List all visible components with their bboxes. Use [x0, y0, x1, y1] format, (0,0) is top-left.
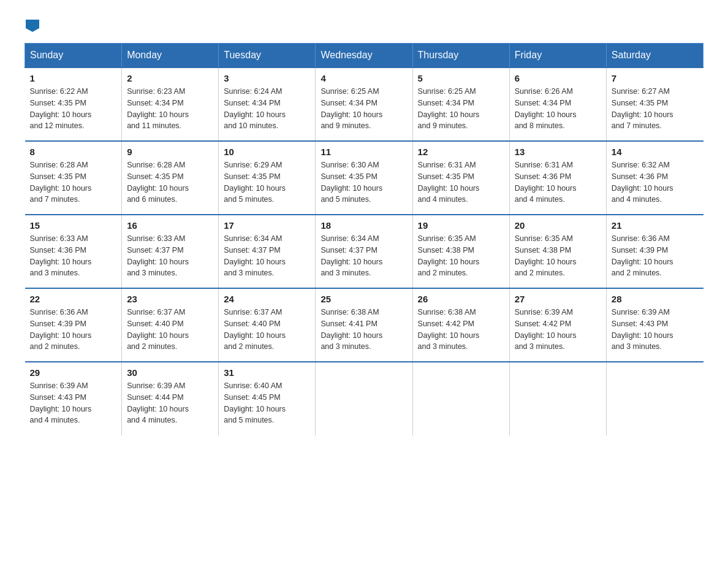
calendar-cell: 10 Sunrise: 6:29 AMSunset: 4:35 PMDaylig… — [219, 141, 316, 215]
day-info: Sunrise: 6:37 AMSunset: 4:40 PMDaylight:… — [127, 307, 213, 353]
calendar-cell: 28 Sunrise: 6:39 AMSunset: 4:43 PMDaylig… — [606, 288, 703, 362]
header-row: SundayMondayTuesdayWednesdayThursdayFrid… — [25, 44, 703, 68]
day-info: Sunrise: 6:39 AMSunset: 4:43 PMDaylight:… — [612, 307, 699, 353]
calendar-cell: 11 Sunrise: 6:30 AMSunset: 4:35 PMDaylig… — [316, 141, 412, 215]
calendar-cell: 8 Sunrise: 6:28 AMSunset: 4:35 PMDayligh… — [25, 141, 122, 215]
day-info: Sunrise: 6:36 AMSunset: 4:39 PMDaylight:… — [30, 307, 117, 353]
day-number: 11 — [320, 147, 407, 157]
day-number: 23 — [127, 294, 213, 304]
calendar-cell: 20 Sunrise: 6:35 AMSunset: 4:38 PMDaylig… — [509, 215, 606, 288]
calendar-cell — [606, 362, 703, 435]
day-info: Sunrise: 6:38 AMSunset: 4:41 PMDaylight:… — [320, 307, 407, 353]
svg-marker-0 — [26, 20, 39, 32]
day-number: 19 — [418, 220, 504, 231]
weekday-header-tuesday: Tuesday — [219, 44, 316, 68]
calendar-cell: 29 Sunrise: 6:39 AMSunset: 4:43 PMDaylig… — [25, 362, 122, 435]
day-number: 21 — [612, 220, 699, 231]
day-info: Sunrise: 6:25 AMSunset: 4:34 PMDaylight:… — [320, 86, 407, 132]
weekday-header-saturday: Saturday — [606, 44, 703, 68]
day-info: Sunrise: 6:35 AMSunset: 4:38 PMDaylight:… — [515, 233, 601, 279]
day-info: Sunrise: 6:34 AMSunset: 4:37 PMDaylight:… — [224, 233, 310, 279]
day-number: 2 — [127, 73, 213, 83]
day-info: Sunrise: 6:31 AMSunset: 4:35 PMDaylight:… — [418, 159, 504, 205]
day-number: 3 — [224, 73, 310, 83]
page-header — [25, 18, 703, 31]
calendar-cell: 15 Sunrise: 6:33 AMSunset: 4:36 PMDaylig… — [25, 215, 122, 288]
calendar-cell: 31 Sunrise: 6:40 AMSunset: 4:45 PMDaylig… — [219, 362, 316, 435]
calendar-cell: 16 Sunrise: 6:33 AMSunset: 4:37 PMDaylig… — [122, 215, 219, 288]
day-info: Sunrise: 6:29 AMSunset: 4:35 PMDaylight:… — [224, 159, 310, 205]
day-number: 9 — [127, 147, 213, 157]
day-info: Sunrise: 6:40 AMSunset: 4:45 PMDaylight:… — [224, 380, 310, 426]
day-number: 22 — [30, 294, 117, 304]
logo — [25, 18, 39, 31]
day-number: 1 — [30, 73, 117, 83]
calendar-cell: 26 Sunrise: 6:38 AMSunset: 4:42 PMDaylig… — [412, 288, 509, 362]
day-number: 25 — [320, 294, 407, 304]
calendar-cell: 30 Sunrise: 6:39 AMSunset: 4:44 PMDaylig… — [122, 362, 219, 435]
calendar-cell: 2 Sunrise: 6:23 AMSunset: 4:34 PMDayligh… — [122, 67, 219, 141]
day-number: 15 — [30, 220, 117, 231]
day-number: 8 — [30, 147, 117, 157]
day-number: 30 — [127, 367, 213, 378]
weekday-header-monday: Monday — [122, 44, 219, 68]
day-info: Sunrise: 6:28 AMSunset: 4:35 PMDaylight:… — [127, 159, 213, 205]
calendar-cell — [412, 362, 509, 435]
calendar-cell: 18 Sunrise: 6:34 AMSunset: 4:37 PMDaylig… — [316, 215, 412, 288]
day-info: Sunrise: 6:31 AMSunset: 4:36 PMDaylight:… — [515, 159, 601, 205]
calendar-week-5: 29 Sunrise: 6:39 AMSunset: 4:43 PMDaylig… — [25, 362, 703, 435]
calendar-cell: 24 Sunrise: 6:37 AMSunset: 4:40 PMDaylig… — [219, 288, 316, 362]
day-info: Sunrise: 6:37 AMSunset: 4:40 PMDaylight:… — [224, 307, 310, 353]
calendar-cell: 9 Sunrise: 6:28 AMSunset: 4:35 PMDayligh… — [122, 141, 219, 215]
day-info: Sunrise: 6:39 AMSunset: 4:44 PMDaylight:… — [127, 380, 213, 426]
calendar-cell: 5 Sunrise: 6:25 AMSunset: 4:34 PMDayligh… — [412, 67, 509, 141]
day-number: 4 — [320, 73, 407, 83]
calendar-cell: 22 Sunrise: 6:36 AMSunset: 4:39 PMDaylig… — [25, 288, 122, 362]
day-number: 13 — [515, 147, 601, 157]
weekday-header-friday: Friday — [509, 44, 606, 68]
weekday-header-wednesday: Wednesday — [316, 44, 412, 68]
day-number: 5 — [418, 73, 504, 83]
calendar-cell: 4 Sunrise: 6:25 AMSunset: 4:34 PMDayligh… — [316, 67, 412, 141]
weekday-header-thursday: Thursday — [412, 44, 509, 68]
day-number: 27 — [515, 294, 601, 304]
day-number: 18 — [320, 220, 407, 231]
calendar-cell: 17 Sunrise: 6:34 AMSunset: 4:37 PMDaylig… — [219, 215, 316, 288]
day-number: 20 — [515, 220, 601, 231]
day-number: 26 — [418, 294, 504, 304]
calendar-cell: 27 Sunrise: 6:39 AMSunset: 4:42 PMDaylig… — [509, 288, 606, 362]
calendar-week-4: 22 Sunrise: 6:36 AMSunset: 4:39 PMDaylig… — [25, 288, 703, 362]
day-info: Sunrise: 6:39 AMSunset: 4:42 PMDaylight:… — [515, 307, 601, 353]
calendar-cell: 25 Sunrise: 6:38 AMSunset: 4:41 PMDaylig… — [316, 288, 412, 362]
calendar-cell: 13 Sunrise: 6:31 AMSunset: 4:36 PMDaylig… — [509, 141, 606, 215]
day-number: 31 — [224, 367, 310, 378]
day-info: Sunrise: 6:34 AMSunset: 4:37 PMDaylight:… — [320, 233, 407, 279]
day-info: Sunrise: 6:33 AMSunset: 4:36 PMDaylight:… — [30, 233, 117, 279]
calendar-cell: 14 Sunrise: 6:32 AMSunset: 4:36 PMDaylig… — [606, 141, 703, 215]
day-number: 12 — [418, 147, 504, 157]
calendar-cell: 3 Sunrise: 6:24 AMSunset: 4:34 PMDayligh… — [219, 67, 316, 141]
logo-arrow-icon — [26, 20, 39, 32]
day-number: 10 — [224, 147, 310, 157]
calendar-cell: 7 Sunrise: 6:27 AMSunset: 4:35 PMDayligh… — [606, 67, 703, 141]
day-info: Sunrise: 6:39 AMSunset: 4:43 PMDaylight:… — [30, 380, 117, 426]
calendar-week-3: 15 Sunrise: 6:33 AMSunset: 4:36 PMDaylig… — [25, 215, 703, 288]
day-number: 6 — [515, 73, 601, 83]
day-number: 29 — [30, 367, 117, 378]
day-number: 7 — [612, 73, 699, 83]
calendar-cell: 6 Sunrise: 6:26 AMSunset: 4:34 PMDayligh… — [509, 67, 606, 141]
day-number: 16 — [127, 220, 213, 231]
calendar-cell: 1 Sunrise: 6:22 AMSunset: 4:35 PMDayligh… — [25, 67, 122, 141]
day-info: Sunrise: 6:38 AMSunset: 4:42 PMDaylight:… — [418, 307, 504, 353]
day-info: Sunrise: 6:32 AMSunset: 4:36 PMDaylight:… — [612, 159, 699, 205]
calendar-body: 1 Sunrise: 6:22 AMSunset: 4:35 PMDayligh… — [25, 67, 703, 435]
calendar-cell: 21 Sunrise: 6:36 AMSunset: 4:39 PMDaylig… — [606, 215, 703, 288]
calendar-header: SundayMondayTuesdayWednesdayThursdayFrid… — [25, 44, 703, 68]
day-info: Sunrise: 6:23 AMSunset: 4:34 PMDaylight:… — [127, 86, 213, 132]
day-info: Sunrise: 6:28 AMSunset: 4:35 PMDaylight:… — [30, 159, 117, 205]
day-number: 17 — [224, 220, 310, 231]
day-info: Sunrise: 6:33 AMSunset: 4:37 PMDaylight:… — [127, 233, 213, 279]
calendar-cell — [316, 362, 412, 435]
weekday-header-sunday: Sunday — [25, 44, 122, 68]
day-info: Sunrise: 6:25 AMSunset: 4:34 PMDaylight:… — [418, 86, 504, 132]
